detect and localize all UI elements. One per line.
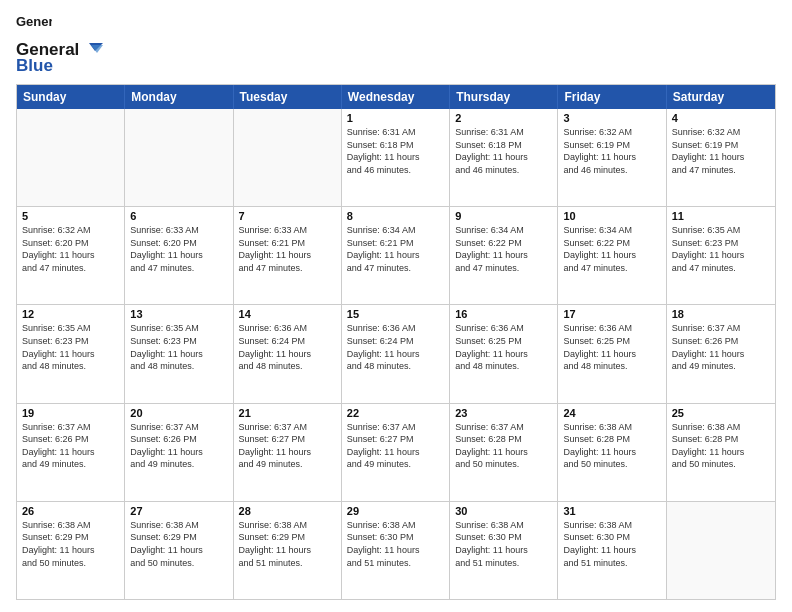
day-cell-3: 3Sunrise: 6:32 AM Sunset: 6:19 PM Daylig… bbox=[558, 109, 666, 206]
day-detail: Sunrise: 6:37 AM Sunset: 6:27 PM Dayligh… bbox=[239, 421, 336, 471]
day-detail: Sunrise: 6:35 AM Sunset: 6:23 PM Dayligh… bbox=[22, 322, 119, 372]
day-detail: Sunrise: 6:37 AM Sunset: 6:28 PM Dayligh… bbox=[455, 421, 552, 471]
day-number: 9 bbox=[455, 210, 552, 222]
day-cell-23: 23Sunrise: 6:37 AM Sunset: 6:28 PM Dayli… bbox=[450, 404, 558, 501]
calendar-week-4: 19Sunrise: 6:37 AM Sunset: 6:26 PM Dayli… bbox=[17, 404, 775, 502]
day-number: 29 bbox=[347, 505, 444, 517]
day-detail: Sunrise: 6:38 AM Sunset: 6:28 PM Dayligh… bbox=[563, 421, 660, 471]
day-detail: Sunrise: 6:31 AM Sunset: 6:18 PM Dayligh… bbox=[347, 126, 444, 176]
day-cell-13: 13Sunrise: 6:35 AM Sunset: 6:23 PM Dayli… bbox=[125, 305, 233, 402]
day-number: 24 bbox=[563, 407, 660, 419]
calendar-week-3: 12Sunrise: 6:35 AM Sunset: 6:23 PM Dayli… bbox=[17, 305, 775, 403]
day-cell-25: 25Sunrise: 6:38 AM Sunset: 6:28 PM Dayli… bbox=[667, 404, 775, 501]
day-number: 14 bbox=[239, 308, 336, 320]
day-detail: Sunrise: 6:34 AM Sunset: 6:22 PM Dayligh… bbox=[563, 224, 660, 274]
day-cell-14: 14Sunrise: 6:36 AM Sunset: 6:24 PM Dayli… bbox=[234, 305, 342, 402]
day-detail: Sunrise: 6:36 AM Sunset: 6:24 PM Dayligh… bbox=[239, 322, 336, 372]
day-header-tuesday: Tuesday bbox=[234, 85, 342, 109]
day-number: 11 bbox=[672, 210, 770, 222]
day-detail: Sunrise: 6:36 AM Sunset: 6:24 PM Dayligh… bbox=[347, 322, 444, 372]
day-number: 17 bbox=[563, 308, 660, 320]
day-number: 23 bbox=[455, 407, 552, 419]
day-header-friday: Friday bbox=[558, 85, 666, 109]
day-number: 16 bbox=[455, 308, 552, 320]
day-header-wednesday: Wednesday bbox=[342, 85, 450, 109]
day-detail: Sunrise: 6:37 AM Sunset: 6:26 PM Dayligh… bbox=[130, 421, 227, 471]
day-cell-19: 19Sunrise: 6:37 AM Sunset: 6:26 PM Dayli… bbox=[17, 404, 125, 501]
day-detail: Sunrise: 6:38 AM Sunset: 6:30 PM Dayligh… bbox=[347, 519, 444, 569]
day-detail: Sunrise: 6:33 AM Sunset: 6:21 PM Dayligh… bbox=[239, 224, 336, 274]
day-detail: Sunrise: 6:35 AM Sunset: 6:23 PM Dayligh… bbox=[672, 224, 770, 274]
day-header-saturday: Saturday bbox=[667, 85, 775, 109]
logo-icon: General bbox=[16, 12, 52, 40]
day-detail: Sunrise: 6:36 AM Sunset: 6:25 PM Dayligh… bbox=[563, 322, 660, 372]
header: General General Blue bbox=[16, 12, 776, 76]
day-number: 20 bbox=[130, 407, 227, 419]
day-number: 7 bbox=[239, 210, 336, 222]
day-cell-26: 26Sunrise: 6:38 AM Sunset: 6:29 PM Dayli… bbox=[17, 502, 125, 599]
day-cell-20: 20Sunrise: 6:37 AM Sunset: 6:26 PM Dayli… bbox=[125, 404, 233, 501]
empty-cell bbox=[234, 109, 342, 206]
day-detail: Sunrise: 6:37 AM Sunset: 6:26 PM Dayligh… bbox=[22, 421, 119, 471]
calendar-week-5: 26Sunrise: 6:38 AM Sunset: 6:29 PM Dayli… bbox=[17, 502, 775, 599]
day-cell-12: 12Sunrise: 6:35 AM Sunset: 6:23 PM Dayli… bbox=[17, 305, 125, 402]
day-cell-8: 8Sunrise: 6:34 AM Sunset: 6:21 PM Daylig… bbox=[342, 207, 450, 304]
day-detail: Sunrise: 6:38 AM Sunset: 6:30 PM Dayligh… bbox=[563, 519, 660, 569]
page: General General Blue SundayMondayTuesday… bbox=[0, 0, 792, 612]
day-detail: Sunrise: 6:31 AM Sunset: 6:18 PM Dayligh… bbox=[455, 126, 552, 176]
day-detail: Sunrise: 6:32 AM Sunset: 6:20 PM Dayligh… bbox=[22, 224, 119, 274]
day-detail: Sunrise: 6:38 AM Sunset: 6:28 PM Dayligh… bbox=[672, 421, 770, 471]
day-detail: Sunrise: 6:37 AM Sunset: 6:26 PM Dayligh… bbox=[672, 322, 770, 372]
empty-cell bbox=[125, 109, 233, 206]
day-cell-5: 5Sunrise: 6:32 AM Sunset: 6:20 PM Daylig… bbox=[17, 207, 125, 304]
calendar-header-row: SundayMondayTuesdayWednesdayThursdayFrid… bbox=[17, 85, 775, 109]
day-cell-17: 17Sunrise: 6:36 AM Sunset: 6:25 PM Dayli… bbox=[558, 305, 666, 402]
empty-cell bbox=[17, 109, 125, 206]
calendar-week-2: 5Sunrise: 6:32 AM Sunset: 6:20 PM Daylig… bbox=[17, 207, 775, 305]
day-detail: Sunrise: 6:35 AM Sunset: 6:23 PM Dayligh… bbox=[130, 322, 227, 372]
empty-cell bbox=[667, 502, 775, 599]
calendar-week-1: 1Sunrise: 6:31 AM Sunset: 6:18 PM Daylig… bbox=[17, 109, 775, 207]
logo: General General Blue bbox=[16, 12, 105, 76]
day-number: 22 bbox=[347, 407, 444, 419]
svg-marker-2 bbox=[91, 45, 103, 53]
day-detail: Sunrise: 6:34 AM Sunset: 6:21 PM Dayligh… bbox=[347, 224, 444, 274]
day-cell-6: 6Sunrise: 6:33 AM Sunset: 6:20 PM Daylig… bbox=[125, 207, 233, 304]
calendar-body: 1Sunrise: 6:31 AM Sunset: 6:18 PM Daylig… bbox=[17, 109, 775, 599]
day-cell-11: 11Sunrise: 6:35 AM Sunset: 6:23 PM Dayli… bbox=[667, 207, 775, 304]
day-cell-30: 30Sunrise: 6:38 AM Sunset: 6:30 PM Dayli… bbox=[450, 502, 558, 599]
day-detail: Sunrise: 6:33 AM Sunset: 6:20 PM Dayligh… bbox=[130, 224, 227, 274]
day-number: 19 bbox=[22, 407, 119, 419]
day-number: 25 bbox=[672, 407, 770, 419]
day-number: 21 bbox=[239, 407, 336, 419]
day-detail: Sunrise: 6:32 AM Sunset: 6:19 PM Dayligh… bbox=[563, 126, 660, 176]
day-cell-22: 22Sunrise: 6:37 AM Sunset: 6:27 PM Dayli… bbox=[342, 404, 450, 501]
day-number: 8 bbox=[347, 210, 444, 222]
day-cell-16: 16Sunrise: 6:36 AM Sunset: 6:25 PM Dayli… bbox=[450, 305, 558, 402]
day-detail: Sunrise: 6:38 AM Sunset: 6:29 PM Dayligh… bbox=[239, 519, 336, 569]
day-number: 1 bbox=[347, 112, 444, 124]
day-cell-29: 29Sunrise: 6:38 AM Sunset: 6:30 PM Dayli… bbox=[342, 502, 450, 599]
day-detail: Sunrise: 6:38 AM Sunset: 6:30 PM Dayligh… bbox=[455, 519, 552, 569]
svg-text:General: General bbox=[16, 14, 52, 29]
logo-bird-icon bbox=[81, 41, 103, 59]
day-header-thursday: Thursday bbox=[450, 85, 558, 109]
day-detail: Sunrise: 6:34 AM Sunset: 6:22 PM Dayligh… bbox=[455, 224, 552, 274]
day-cell-4: 4Sunrise: 6:32 AM Sunset: 6:19 PM Daylig… bbox=[667, 109, 775, 206]
day-cell-31: 31Sunrise: 6:38 AM Sunset: 6:30 PM Dayli… bbox=[558, 502, 666, 599]
day-number: 26 bbox=[22, 505, 119, 517]
day-cell-21: 21Sunrise: 6:37 AM Sunset: 6:27 PM Dayli… bbox=[234, 404, 342, 501]
day-number: 10 bbox=[563, 210, 660, 222]
day-cell-10: 10Sunrise: 6:34 AM Sunset: 6:22 PM Dayli… bbox=[558, 207, 666, 304]
day-detail: Sunrise: 6:38 AM Sunset: 6:29 PM Dayligh… bbox=[130, 519, 227, 569]
day-number: 13 bbox=[130, 308, 227, 320]
day-cell-7: 7Sunrise: 6:33 AM Sunset: 6:21 PM Daylig… bbox=[234, 207, 342, 304]
day-cell-27: 27Sunrise: 6:38 AM Sunset: 6:29 PM Dayli… bbox=[125, 502, 233, 599]
day-detail: Sunrise: 6:36 AM Sunset: 6:25 PM Dayligh… bbox=[455, 322, 552, 372]
day-detail: Sunrise: 6:32 AM Sunset: 6:19 PM Dayligh… bbox=[672, 126, 770, 176]
day-detail: Sunrise: 6:37 AM Sunset: 6:27 PM Dayligh… bbox=[347, 421, 444, 471]
day-number: 28 bbox=[239, 505, 336, 517]
day-cell-18: 18Sunrise: 6:37 AM Sunset: 6:26 PM Dayli… bbox=[667, 305, 775, 402]
day-number: 2 bbox=[455, 112, 552, 124]
day-number: 3 bbox=[563, 112, 660, 124]
